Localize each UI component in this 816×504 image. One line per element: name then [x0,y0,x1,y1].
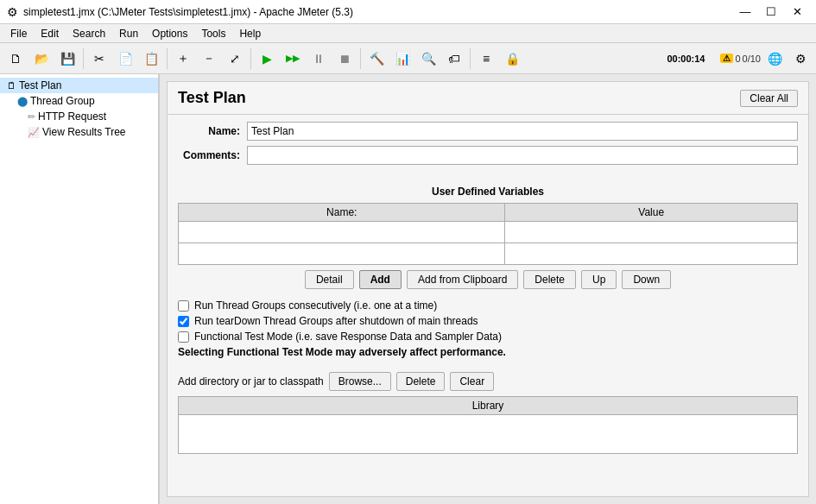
copy-button[interactable]: 📄 [113,47,137,71]
tree-panel: 🗒 Test Plan ⬤ Thread Group ✏ HTTP Reques… [0,74,160,504]
paste-button[interactable]: 📋 [139,47,163,71]
variables-body [179,222,798,265]
minimize-button[interactable]: — [733,3,757,21]
start-nopause-button[interactable]: ▶▶ [281,47,305,71]
library-row-empty [179,415,798,435]
sep5 [470,48,471,69]
warning-badge: ⚠ [720,54,733,63]
checkbox-label-2: Run tearDown Thread Groups after shutdow… [194,315,478,327]
cell-value2[interactable] [505,243,798,265]
down-button[interactable]: Down [622,270,671,289]
comments-row: Comments: [178,146,798,165]
checkbox-label-1: Run Thread Groups consecutively (i.e. on… [194,299,437,312]
name-input[interactable] [247,122,798,141]
warning-count: 0 [735,54,740,64]
menu-tools[interactable]: Tools [194,24,232,43]
library-table: Library [178,396,798,454]
cell-name[interactable] [179,222,505,243]
chart-button[interactable]: 📊 [390,47,414,71]
cell-name2[interactable] [179,243,505,265]
remove-node-button[interactable]: － [197,47,221,71]
stop-button[interactable]: ⏹ [332,47,357,71]
tree-item-test-plan[interactable]: 🗒 Test Plan [0,78,158,93]
maximize-button[interactable]: ☐ [759,3,783,21]
new-button[interactable]: 🗋 [3,47,28,71]
label-button[interactable]: 🏷 [442,47,466,71]
table-row-empty [179,222,798,243]
menu-help[interactable]: Help [232,24,268,43]
sep2 [167,48,168,69]
name-row: Name: [178,122,798,141]
comments-label: Comments: [178,149,247,161]
title-bar-left: ⚙ simpletest1.jmx (C:\JMeter Tests\simpl… [7,5,353,19]
checkbox-row-1: Run Thread Groups consecutively (i.e. on… [178,299,798,312]
form-section: Name: Comments: [168,115,808,177]
checkbox-functional[interactable] [178,331,189,343]
test-plan-panel: Test Plan Clear All Name: Comments: User… [167,81,809,497]
classpath-label: Add directory or jar to classpath [178,375,324,387]
start-button[interactable]: ▶ [255,47,279,71]
thread-counter: 0/10 [743,54,761,64]
content-area: Test Plan Clear All Name: Comments: User… [160,74,816,504]
checkbox-consecutive[interactable] [178,300,189,312]
menu-run[interactable]: Run [112,24,145,43]
list-button[interactable]: ≡ [474,47,498,71]
add-var-button[interactable]: Add [359,270,402,289]
menu-file[interactable]: File [3,24,34,43]
main-layout: 🗒 Test Plan ⬤ Thread Group ✏ HTTP Reques… [0,74,816,504]
window-title: simpletest1.jmx (C:\JMeter Tests\simplet… [23,6,353,18]
library-cell[interactable] [179,415,798,435]
delete-var-button[interactable]: Delete [523,270,576,289]
library-cell2[interactable] [179,434,798,454]
menu-edit[interactable]: Edit [34,24,66,43]
elapsed-time: 00:00:14 [667,54,718,64]
remote-button[interactable]: 🌐 [762,47,787,71]
tree-label-thread-group: Thread Group [30,95,95,107]
sep1 [83,48,84,69]
add-node-button[interactable]: ＋ [171,47,195,71]
toolbar-right: 00:00:14 ⚠ 0 0/10 🌐 ⚙ [663,47,813,71]
checkbox-row-2: Run tearDown Thread Groups after shutdow… [178,315,798,327]
app-icon: ⚙ [7,5,18,19]
cut-button[interactable]: ✂ [87,47,111,71]
table-buttons: Detail Add Add from Clipboard Delete Up … [178,270,798,289]
checkbox-teardown[interactable] [178,316,189,327]
title-bar-controls: — ☐ ✕ [733,3,809,21]
library-row-empty2 [179,434,798,454]
col-value: Value [505,204,798,222]
tree-item-view-results[interactable]: 📈 View Results Tree [0,124,158,140]
variables-section-title: User Defined Variables [168,184,808,199]
menu-options[interactable]: Options [145,24,194,43]
add-clipboard-button[interactable]: Add from Clipboard [407,270,518,289]
classpath-section: Add directory or jar to classpath Browse… [168,367,808,459]
delete-classpath-button[interactable]: Delete [396,372,446,391]
toolbar: 🗋 📂 💾 ✂ 📄 📋 ＋ － ⤢ ▶ ▶▶ ⏸ ⏹ 🔨 📊 🔍 🏷 ≡ 🔒 0… [0,43,816,74]
menu-bar: File Edit Search Run Options Tools Help [0,24,816,43]
browse-button[interactable]: Browse... [329,372,391,391]
search-global-button[interactable]: 🔍 [416,47,440,71]
open-button[interactable]: 📂 [29,47,54,71]
cell-value[interactable] [505,222,798,243]
up-button[interactable]: Up [581,270,617,289]
functional-warning: Selecting Functional Test Mode may adver… [178,346,506,358]
table-row-empty2 [179,243,798,265]
script-button[interactable]: 🔨 [364,47,389,71]
tree-item-thread-group[interactable]: ⬤ Thread Group [0,93,158,109]
checkboxes-section: Run Thread Groups consecutively (i.e. on… [168,294,808,367]
lock-button[interactable]: 🔒 [500,47,524,71]
save-button[interactable]: 💾 [55,47,79,71]
detail-button[interactable]: Detail [305,270,354,289]
name-label: Name: [178,125,247,137]
tree-item-http-request[interactable]: ✏ HTTP Request [0,109,158,124]
pause-button[interactable]: ⏸ [307,47,331,71]
settings-button[interactable]: ⚙ [788,47,813,71]
comments-input[interactable] [247,146,798,165]
library-body [179,415,798,454]
expand-button[interactable]: ⤢ [223,47,247,71]
clear-button[interactable]: Clear [450,372,494,391]
sep4 [360,48,361,69]
close-button[interactable]: ✕ [785,3,809,21]
checkbox-label-3: Functional Test Mode (i.e. save Response… [194,331,502,343]
menu-search[interactable]: Search [66,24,112,43]
clear-all-button[interactable]: Clear All [740,90,798,107]
